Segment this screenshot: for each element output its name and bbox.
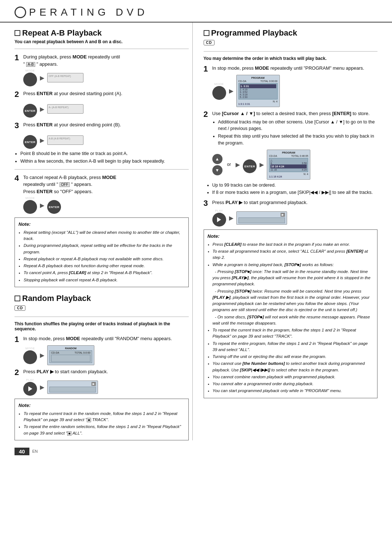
step-1-num: 1	[15, 53, 23, 62]
prog-note-7: To repeat the current track in the progr…	[213, 327, 374, 340]
random-step-2-visual: PLAY ▶ ▶	[23, 378, 189, 396]
prog-step-3-row: 3 Press PLAY ▶ to start programmed playb…	[204, 199, 378, 208]
programmed-title: Programmed Playback	[204, 28, 378, 38]
page-header: PERATING DVD	[0, 0, 392, 23]
screen-ab-off: OFF (A-B REPEAT)	[47, 73, 83, 82]
mode-button-prog[interactable]	[212, 86, 226, 100]
or-label: or	[227, 162, 231, 167]
step-2-visual: X ENTER ▶ A- (A-B REPEAT)	[23, 100, 189, 118]
step-2-text: Press ENTER at your desired starting poi…	[23, 90, 189, 97]
page-header-title: PERATING DVD	[29, 7, 148, 18]
prog-note-10: You cannot use [the Number buttons] to s…	[213, 360, 374, 373]
prog-note-5: - Pressing [STOP■] twice: Resume mode wi…	[213, 288, 374, 313]
random-note-1: To repeat the current track in the rando…	[24, 411, 185, 423]
note-item-4: Repeat A-B playback does not function du…	[24, 263, 185, 269]
random-note-2: To repeat the entire random selections, …	[24, 424, 185, 436]
random-subtitle: This function shuffles the playing order…	[15, 321, 189, 331]
prog-note-list: Press [CLEAR] to erase the last track in…	[213, 241, 374, 394]
enter-button-prog[interactable]: ENTER	[243, 159, 257, 173]
prog-note-13: You can start programmed playback only w…	[213, 388, 374, 394]
prog-step-3-visual: PLAY ▶ ▶	[212, 209, 378, 227]
note-item-1: Repeat setting (except "ALL") will be cl…	[24, 229, 185, 242]
random-section: Random Playback CD This function shuffle…	[15, 294, 189, 440]
step3-bullets: Point B should be in the same title or t…	[20, 150, 189, 165]
prog-step-1-num: 1	[204, 65, 212, 73]
prog-step-1-row: 1 In stop mode, press MODE repeatedly un…	[204, 65, 378, 73]
note-item-5: To cancel point A, press [CLEAR] at step…	[24, 270, 185, 276]
prog-note-3: While a program is being played back, [S…	[213, 262, 374, 268]
prog-note-8: To repeat the entire program, follow the…	[213, 341, 374, 353]
prog-after-bullets: Up to 99 tracks can be ordered. If 8 or …	[212, 182, 378, 196]
bullet-2: Within a few seconds, the section A-B wi…	[20, 158, 189, 165]
step-1-row: 1 During playback, press MODE repeatedly…	[15, 53, 189, 68]
right-column: Programmed Playback CD You may determine…	[200, 23, 378, 440]
checkbox-icon-3	[204, 30, 209, 36]
prog-note-2: To erase all programmed tracks at once, …	[213, 248, 374, 261]
note-list-1: Repeat setting (except "ALL") will be cl…	[24, 229, 185, 283]
random-step-2-text: Press PLAY ▶ to start random playback.	[23, 368, 189, 375]
prog-step-1-text: In stop mode, press MODE repeatedly unti…	[212, 65, 378, 72]
step-4-row: 4 To cancel repeat A-B playback, press M…	[15, 174, 189, 195]
note-title-1: Note:	[19, 221, 185, 228]
random-step-1-text: In stop mode, press MODE repeatedly unti…	[23, 335, 189, 342]
program-screen-1: PROGRAM CD-DATOTAL 0:00:00 1. 3:31 2. 4:…	[236, 75, 280, 107]
step-3-num: 3	[15, 121, 23, 130]
checkbox-icon-2	[15, 296, 20, 301]
cd-badge-programmed: CD	[204, 40, 215, 45]
program-screen-2: PROGRAM CD-DATOTAL 0:46:05 △ 8.3:56 10 1…	[267, 150, 310, 180]
random-step-1-num: 1	[15, 335, 23, 344]
prog-step-2-text: Use [Cursor ▲ / ▼] to select a desired t…	[212, 110, 378, 147]
enter-button-3[interactable]: ENTER	[47, 200, 61, 214]
random-screen-1: RANDOM CD-DATOTAL 0-0:00	[47, 345, 94, 365]
step-4-visual: MODE ▶ X ENTER	[23, 196, 189, 214]
step-2-num: 2	[15, 90, 23, 99]
random-step-2-row: 2 Press PLAY ▶ to start random playback.	[15, 368, 189, 377]
random-step-2-num: 2	[15, 368, 23, 377]
enter-button-2[interactable]: ENTER	[23, 135, 37, 149]
repeat-ab-subtitle: You can repeat playback between A and B …	[15, 39, 189, 44]
step-1-text: During playback, press MODE repeatedly u…	[23, 53, 189, 68]
play-button-prog[interactable]	[212, 213, 226, 227]
mode-button[interactable]	[23, 73, 37, 86]
step-4-num: 4	[15, 174, 23, 183]
bullet-1: Point B should be in the same title or t…	[20, 150, 189, 157]
screen-ab-b: A-B (A-B REPEAT)	[47, 135, 83, 145]
prog-step-3-text: Press PLAY ▶ to start programmed playbac…	[212, 199, 378, 206]
prog-step-1-visual: MODE ▶ PROGRAM CD-DATOTAL 0:00:00 1. 3:3…	[212, 75, 378, 107]
prog-step-2-row: 2 Use [Cursor ▲ / ▼] to select a desired…	[204, 110, 378, 147]
programmed-note: Note: Press [CLEAR] to erase the last tr…	[204, 229, 378, 398]
cursor-up-button[interactable]: ▲	[212, 154, 222, 164]
repeat-ab-title: Repeat A-B Playback	[15, 28, 189, 38]
step-3-row: 3 Press ENTER at your desired ending poi…	[15, 121, 189, 130]
programmed-subtitle: You may determine the order in which tra…	[204, 56, 378, 61]
repeat-ab-section: Repeat A-B Playback You can repeat playb…	[15, 28, 189, 287]
page-footer: 40 EN	[0, 444, 392, 459]
note-item-6: Stopping playback will cancel repeat A-B…	[24, 277, 185, 283]
step-3-visual: X ENTER ▶ A-B (A-B REPEAT)	[23, 131, 189, 149]
random-note: Note: To repeat the current track in the…	[15, 399, 189, 440]
mode-button-2[interactable]	[23, 200, 37, 214]
prog-note-1: Press [CLEAR] to erase the last track in…	[213, 241, 374, 248]
prog-note-11: You cannot combine random playback with …	[213, 374, 374, 380]
prog-note-12: You cannot alter a programmed order duri…	[213, 381, 374, 387]
step-4-text: To cancel repeat A-B playback, press MOD…	[23, 174, 189, 195]
left-column: Repeat A-B Playback You can repeat playb…	[15, 23, 193, 440]
enter-button-1[interactable]: ENTER	[23, 104, 37, 118]
random-title: Random Playback	[15, 294, 189, 303]
random-step-1-visual: MODE ▶ RANDOM CD-DATOTAL 0-0:00	[23, 345, 189, 365]
random-play-screen: ▶	[47, 380, 98, 394]
repeat-ab-note: Note: Repeat setting (except "ALL") will…	[15, 217, 189, 287]
prog-play-screen: ▶	[236, 211, 287, 225]
mode-button-random[interactable]	[23, 350, 37, 364]
cd-badge-random: CD	[15, 305, 25, 311]
note-item-3: Repeat playback or repeat A-B playback m…	[24, 256, 185, 262]
header-circle	[15, 7, 26, 18]
prog-note-4: - Pressing [STOP■] once: The track will …	[213, 269, 374, 288]
note-title-prog: Note:	[208, 233, 374, 240]
note-item-2: During programmed playback, repeat setti…	[24, 243, 185, 255]
play-button-random[interactable]	[23, 382, 37, 396]
prog-note-9: Turning off the unit or ejecting the dis…	[213, 354, 374, 360]
cursor-down-button[interactable]: ▼	[212, 165, 222, 175]
page-number: 40	[15, 448, 29, 455]
step-2-row: 2 Press ENTER at your desired starting p…	[15, 90, 189, 99]
